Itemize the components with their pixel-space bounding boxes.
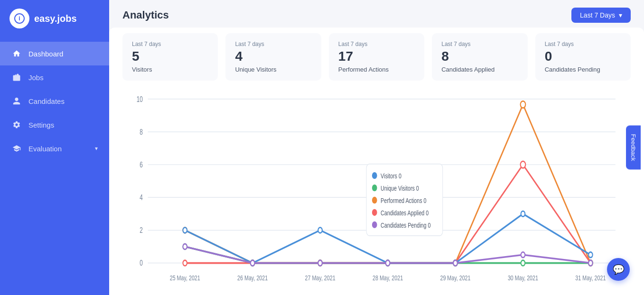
svg-point-28 <box>183 260 187 266</box>
svg-text:4: 4 <box>140 193 143 202</box>
gear-icon <box>11 120 22 130</box>
stat-card-performed-actions: Last 7 days 17 Performed Actions <box>329 33 424 81</box>
stat-applied-label: Candidates Applied <box>441 66 518 73</box>
stat-unique-label: Unique Visitors <box>235 66 311 73</box>
svg-text:25 May, 2021: 25 May, 2021 <box>170 274 200 282</box>
chevron-down-icon: ▾ <box>619 11 622 19</box>
stats-cards: Last 7 days 5 Visitors Last 7 days 4 Uni… <box>122 33 631 81</box>
stat-card-unique-visitors: Last 7 days 4 Unique Visitors <box>225 33 321 81</box>
svg-text:28 May, 2021: 28 May, 2021 <box>373 274 403 282</box>
sidebar-item-dashboard[interactable]: Dashboard <box>0 42 109 65</box>
svg-text:31 May, 2021: 31 May, 2021 <box>575 274 606 282</box>
svg-point-47 <box>521 260 525 266</box>
chart-wrapper: 10 8 6 4 2 0 25 May, 2021 26 May, 2021 2… <box>122 85 631 290</box>
stat-card-candidates-pending: Last 7 days 0 Candidates Pending <box>535 33 631 81</box>
svg-point-40 <box>521 211 525 217</box>
user-icon <box>11 96 22 106</box>
feedback-tab[interactable]: Feedback <box>626 125 641 169</box>
stat-unique-value: 4 <box>235 49 311 64</box>
svg-text:26 May, 2021: 26 May, 2021 <box>237 274 268 282</box>
page-title: Analytics <box>122 9 169 21</box>
chat-button[interactable]: 💬 <box>607 258 630 281</box>
svg-text:30 May, 2021: 30 May, 2021 <box>508 274 538 282</box>
app-name: easy.jobs <box>34 13 77 24</box>
svg-point-59 <box>372 184 377 191</box>
svg-point-54 <box>521 252 525 258</box>
date-filter-label: Last 7 Days <box>580 11 615 19</box>
stat-performed-label: Performed Actions <box>338 66 415 73</box>
stat-visitors-value: 5 <box>132 49 208 64</box>
svg-point-61 <box>372 197 377 203</box>
stat-card-visitors: Last 7 days 5 Visitors <box>122 33 218 81</box>
stat-performed-value: 17 <box>338 49 415 64</box>
stat-performed-period: Last 7 days <box>338 41 415 47</box>
graduation-icon <box>11 143 22 154</box>
svg-text:Unique Visitors  0: Unique Visitors 0 <box>381 184 419 192</box>
svg-point-37 <box>318 227 322 233</box>
svg-point-26 <box>521 101 526 108</box>
stats-section: Last 7 days 5 Visitors Last 7 days 4 Uni… <box>109 28 644 81</box>
stat-applied-value: 8 <box>441 49 518 64</box>
sidebar-item-jobs[interactable]: Jobs <box>0 65 109 89</box>
stat-unique-period: Last 7 days <box>235 41 311 47</box>
logo-area: i easy.jobs <box>0 0 109 37</box>
svg-text:2: 2 <box>140 226 143 234</box>
sidebar-item-settings[interactable]: Settings <box>0 113 109 137</box>
main-content: Analytics Last 7 Days ▾ Last 7 days 5 Vi… <box>109 0 644 295</box>
stat-card-candidates-applied: Last 7 days 8 Candidates Applied <box>432 33 527 81</box>
sidebar-navigation: Dashboard Jobs Candidates Settings Evalu… <box>0 37 109 165</box>
briefcase-icon <box>11 72 22 83</box>
stat-applied-period: Last 7 days <box>441 41 518 47</box>
stat-pending-value: 0 <box>545 49 621 64</box>
sidebar-evaluation-label: Evaluation <box>28 145 62 153</box>
date-filter-button[interactable]: Last 7 Days ▾ <box>571 8 631 23</box>
stat-visitors-label: Visitors <box>132 66 208 73</box>
sidebar-settings-label: Settings <box>28 121 54 129</box>
svg-point-65 <box>372 221 377 228</box>
chart-container: 10 8 6 4 2 0 25 May, 2021 26 May, 2021 2… <box>109 81 644 295</box>
svg-point-35 <box>183 227 187 233</box>
sidebar-jobs-label: Jobs <box>28 74 44 82</box>
sidebar-item-evaluation[interactable]: Evaluation ▾ <box>0 137 109 160</box>
svg-text:29 May, 2021: 29 May, 2021 <box>440 274 470 282</box>
stat-pending-period: Last 7 days <box>545 41 621 47</box>
svg-point-53 <box>453 260 457 266</box>
logo-icon: i <box>9 9 29 28</box>
svg-point-55 <box>588 260 593 266</box>
svg-point-41 <box>588 252 593 258</box>
svg-point-49 <box>183 244 187 249</box>
chart-legend: Visitors Unique Visitors Performed Actio… <box>122 290 631 295</box>
svg-point-50 <box>251 260 255 266</box>
chart-svg: 10 8 6 4 2 0 25 May, 2021 26 May, 2021 2… <box>122 85 631 290</box>
svg-text:Performed Actions  0: Performed Actions 0 <box>381 197 426 204</box>
home-icon <box>11 48 22 59</box>
svg-point-63 <box>372 209 377 216</box>
svg-text:i: i <box>19 15 20 22</box>
svg-point-52 <box>386 260 390 266</box>
sidebar-dashboard-label: Dashboard <box>28 50 63 58</box>
svg-text:10: 10 <box>137 95 143 103</box>
chevron-down-icon: ▾ <box>95 145 98 152</box>
chat-icon: 💬 <box>613 264 625 275</box>
stat-visitors-period: Last 7 days <box>132 41 208 47</box>
svg-text:Candidates Pending  0: Candidates Pending 0 <box>381 221 430 229</box>
page-header: Analytics Last 7 Days ▾ <box>109 0 644 28</box>
svg-point-57 <box>372 172 377 179</box>
svg-point-33 <box>521 161 526 168</box>
stat-pending-label: Candidates Pending <box>545 66 621 73</box>
svg-text:27 May, 2021: 27 May, 2021 <box>305 274 336 282</box>
feedback-label: Feedback <box>630 134 637 161</box>
svg-text:Candidates Applied  0: Candidates Applied 0 <box>381 209 429 217</box>
svg-text:6: 6 <box>140 160 143 169</box>
svg-text:8: 8 <box>140 128 143 136</box>
sidebar: i easy.jobs Dashboard Jobs Candidates <box>0 0 109 295</box>
svg-text:0: 0 <box>140 258 143 267</box>
svg-point-51 <box>318 260 322 266</box>
svg-text:Visitors  0: Visitors 0 <box>381 172 401 180</box>
sidebar-item-candidates[interactable]: Candidates <box>0 89 109 113</box>
sidebar-candidates-label: Candidates <box>28 97 65 105</box>
